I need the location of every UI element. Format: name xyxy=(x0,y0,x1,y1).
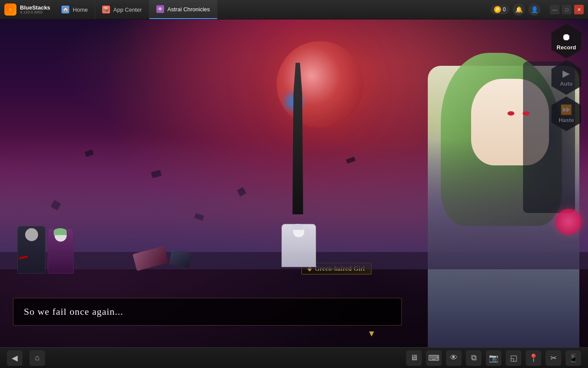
record-label: Record xyxy=(557,44,576,51)
app-version: 4.110.0.3002 xyxy=(20,10,50,14)
cut-button[interactable]: ✂ xyxy=(546,350,561,366)
taskbar: ◀ ⌂ 🖥 ⌨ 👁 ⧉ 📷 ◱ 📍 ✂ 📱 xyxy=(0,347,588,368)
close-button[interactable]: ✕ xyxy=(574,5,584,14)
character-1 xyxy=(17,226,45,274)
character-2 xyxy=(48,228,74,274)
character-mid xyxy=(281,224,316,267)
game-icon: 👁 xyxy=(156,5,164,13)
dark-tower xyxy=(292,63,303,214)
tab-home[interactable]: 🏠 Home xyxy=(55,0,95,19)
moon xyxy=(277,41,363,128)
tab-bar: 🏠 Home 📦 App Center 👁 Astral Chronicles xyxy=(55,0,486,19)
header-actions: P 0 🔔 👤 xyxy=(486,3,545,16)
taskbar-left: ◀ ⌂ xyxy=(7,350,45,366)
coin-icon: P xyxy=(494,6,501,13)
display-button[interactable]: 🖥 xyxy=(406,350,422,366)
dialogue-text: So we fail once again... xyxy=(24,306,391,317)
coin-area: P 0 xyxy=(491,5,509,14)
bluestacks-icon xyxy=(4,3,16,16)
bluestacks-logo: BlueStacks 4.110.0.3002 xyxy=(0,3,55,16)
multiwindow-button[interactable]: ⧉ xyxy=(466,350,481,366)
coin-count: 0 xyxy=(503,6,506,13)
game-area[interactable]: ⏺ Record ▶ Auto ⏩ Haste Green-haired Gir… xyxy=(0,19,588,347)
tab-game-label: Astral Chronicles xyxy=(168,6,210,13)
record-button[interactable]: ⏺ Record xyxy=(549,24,584,58)
tab-appcenter[interactable]: 📦 App Center xyxy=(95,0,149,19)
notification-button[interactable]: 🔔 xyxy=(513,3,525,16)
appcenter-icon: 📦 xyxy=(102,6,110,13)
svg-marker-1 xyxy=(9,8,12,12)
home-button[interactable]: ⌂ xyxy=(29,350,45,366)
record-icon: ⏺ xyxy=(562,32,571,43)
fallen-characters xyxy=(134,245,191,271)
tab-home-label: Home xyxy=(73,6,88,13)
screenshot-button[interactable]: 📷 xyxy=(486,350,501,366)
logo-text: BlueStacks 4.110.0.3002 xyxy=(20,5,50,14)
taskbar-right: 🖥 ⌨ 👁 ⧉ 📷 ◱ 📍 ✂ 📱 xyxy=(406,350,581,366)
keyboard-button[interactable]: ⌨ xyxy=(426,350,442,366)
tab-game[interactable]: 👁 Astral Chronicles xyxy=(149,0,217,19)
tab-appcenter-label: App Center xyxy=(113,6,142,13)
back-button[interactable]: ◀ xyxy=(7,350,23,366)
location-button[interactable]: 📍 xyxy=(526,350,541,366)
phone-button[interactable]: 📱 xyxy=(565,350,581,366)
dialogue-advance-arrow[interactable]: ▼ xyxy=(367,329,376,339)
window-controls: — □ ✕ xyxy=(545,5,588,14)
home-icon: 🏠 xyxy=(61,6,69,13)
maximize-button[interactable]: □ xyxy=(562,5,572,14)
user-button[interactable]: 👤 xyxy=(528,3,540,16)
resize-button[interactable]: ◱ xyxy=(506,350,521,366)
camera-view-button[interactable]: 👁 xyxy=(446,350,462,366)
dialogue-box[interactable]: So we fail once again... xyxy=(13,298,402,326)
minimize-button[interactable]: — xyxy=(550,5,559,14)
title-bar: BlueStacks 4.110.0.3002 🏠 Home 📦 App Cen… xyxy=(0,0,588,19)
